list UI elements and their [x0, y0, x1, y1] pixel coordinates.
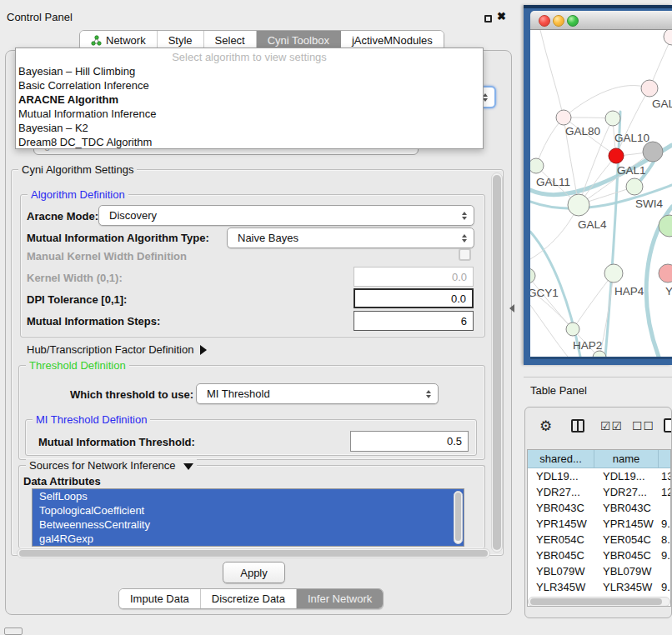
table-row[interactable]: YBL079WYBL079W: [528, 563, 671, 579]
column-header-name[interactable]: name: [594, 450, 659, 468]
network-node[interactable]: [659, 215, 672, 237]
table-cell: YBL079W: [594, 563, 659, 579]
splitter-handle[interactable]: [509, 304, 514, 312]
close-panel-icon[interactable]: ✖: [497, 10, 506, 22]
network-node[interactable]: [556, 110, 571, 125]
tab-discretize-data[interactable]: Discretize Data: [201, 589, 297, 608]
attribute-list-scrollbar-thumb[interactable]: [455, 492, 461, 541]
network-node[interactable]: [593, 351, 606, 357]
settings-horizontal-scrollbar[interactable]: [17, 548, 490, 558]
cyni-settings-group-title: Cyni Algorithm Settings: [18, 163, 137, 177]
algorithm-option-dream8-dc-tdc-algorithm[interactable]: Dream8 DC_TDC Algorithm: [16, 135, 483, 149]
gear-icon[interactable]: ⚙: [539, 419, 552, 433]
aracne-mode-combo[interactable]: Discovery: [98, 205, 474, 226]
network-node[interactable]: [626, 178, 643, 195]
tab-label: Discretize Data: [212, 592, 285, 605]
table-row[interactable]: YPR145WYPR145W9.: [528, 516, 671, 532]
control-panel-title: Control Panel: [7, 11, 73, 23]
which-threshold-combo[interactable]: MI Threshold: [196, 383, 439, 404]
tab-label: Impute Data: [130, 592, 189, 605]
algorithm-option-aracne-algorithm[interactable]: ARACNE Algorithm: [16, 92, 483, 107]
checked-pair-icon[interactable]: ☑☑: [600, 419, 623, 432]
settings-horizontal-scrollbar-thumb[interactable]: [19, 550, 488, 557]
table-cell: [659, 500, 671, 516]
network-node[interactable]: [566, 322, 579, 336]
network-node[interactable]: [604, 264, 623, 282]
table-panel-title: Table Panel: [530, 384, 587, 397]
apply-button[interactable]: Apply: [223, 562, 285, 583]
node-label: HAP2: [573, 339, 602, 352]
manual-kernel-label: Manual Kernel Width Definition: [27, 250, 187, 262]
table-row[interactable]: YBR043CYBR043C: [528, 500, 671, 516]
table-cell: YBR043C: [594, 500, 659, 516]
data-attribute-topologicalcoefficient[interactable]: TopologicalCoefficient: [33, 503, 464, 518]
tab-label: Infer Network: [308, 592, 372, 605]
kernel-width-field[interactable]: 0.0: [354, 267, 474, 287]
kernel-width-label: Kernel Width (0,1):: [27, 272, 123, 284]
table-cell: YDR27...: [594, 484, 659, 500]
table-row[interactable]: YDR27...YDR27...12: [528, 484, 671, 500]
aracne-mode-label: Aracne Mode:: [27, 210, 98, 222]
settings-vertical-scrollbar-thumb[interactable]: [493, 175, 501, 550]
table-panel-header: Table Panel: [524, 377, 672, 403]
network-window-frame: GAL80GAL10GAL1GAL11SWI4GAL4GCY1HAP4YHAP2…: [524, 5, 672, 365]
dpi-tolerance-field[interactable]: 0.0: [354, 288, 474, 308]
inference-algorithm-combo-fragment[interactable]: [482, 86, 496, 108]
network-window-titlebar[interactable]: [530, 11, 672, 30]
mi-algorithm-type-combo[interactable]: Naive Bayes: [227, 228, 474, 248]
zoom-window-icon[interactable]: [567, 15, 579, 27]
network-node[interactable]: [659, 264, 672, 282]
network-node[interactable]: [605, 111, 620, 126]
network-node[interactable]: [530, 158, 544, 173]
minimize-window-icon[interactable]: [553, 15, 564, 27]
network-canvas[interactable]: GAL80GAL10GAL1GAL11SWI4GAL4GCY1HAP4YHAP2…: [530, 30, 672, 357]
algorithm-option-bayesian-hill-climbing[interactable]: Bayesian – Hill Climbing: [16, 64, 483, 78]
table-row[interactable]: YLR345WYLR345W9.: [528, 579, 671, 595]
mi-algorithm-type-label: Mutual Information Algorithm Type:: [27, 232, 209, 244]
tab-impute-data[interactable]: Impute Data: [119, 589, 201, 608]
float-panel-icon[interactable]: [484, 15, 492, 22]
table-row[interactable]: YER054CYER054C8.: [528, 532, 671, 548]
mi-threshold-field[interactable]: 0.5: [350, 431, 469, 452]
algorithm-option-basic-correlation-inference[interactable]: Basic Correlation Inference: [16, 78, 483, 92]
close-window-icon[interactable]: [539, 15, 550, 27]
network-node[interactable]: [664, 30, 672, 45]
manual-kernel-checkbox[interactable]: [459, 248, 471, 261]
table-horizontal-scrollbar-thumb[interactable]: [530, 598, 662, 605]
data-attribute-selfloops[interactable]: SelfLoops: [33, 489, 464, 503]
tab-infer-network[interactable]: Infer Network: [297, 589, 383, 608]
data-attribute-gal4rgexp[interactable]: gal4RGexp: [33, 532, 464, 546]
minimized-panel-button[interactable]: [4, 628, 23, 635]
partial-page-icon[interactable]: [664, 418, 672, 432]
network-node[interactable]: [609, 148, 624, 163]
aracne-mode-value: Discovery: [109, 209, 157, 222]
node-label: GAL10: [614, 132, 649, 144]
network-node[interactable]: [643, 142, 663, 162]
network-node[interactable]: [641, 80, 658, 97]
sources-group-title[interactable]: Sources for Network Inference: [26, 459, 197, 472]
node-label: GAL80: [565, 125, 600, 138]
algorithm-option-bayesian-k2[interactable]: Bayesian – K2: [16, 121, 483, 135]
canvas-bottom-shadow: [530, 357, 672, 359]
data-attribute-betweennesscentrality[interactable]: BetweennessCentrality: [33, 518, 464, 532]
algorithm-option-mutual-information-inference[interactable]: Mutual Information Inference: [16, 107, 483, 121]
network-icon: [91, 35, 102, 46]
column-header-shared[interactable]: shared...: [528, 450, 594, 468]
table-row[interactable]: YDL19...YDL19...13: [528, 468, 671, 484]
column-header-a[interactable]: A: [659, 450, 671, 468]
network-edge: [564, 85, 649, 118]
attribute-list-scrollbar[interactable]: [454, 491, 463, 544]
settings-vertical-scrollbar[interactable]: [491, 172, 503, 552]
table-horizontal-scrollbar[interactable]: [528, 597, 670, 607]
hub-definition-toggle[interactable]: Hub/Transcription Factor Definition: [27, 343, 207, 356]
network-node[interactable]: [568, 194, 589, 216]
table-row[interactable]: YBR045CYBR045C9.: [528, 548, 671, 563]
expanded-arrow-icon: [183, 463, 193, 470]
mi-steps-field[interactable]: 6: [354, 311, 474, 331]
unchecked-pair-icon[interactable]: ☐☐: [632, 419, 654, 432]
split-columns-icon[interactable]: [571, 419, 584, 432]
data-attributes-list[interactable]: SelfLoopsTopologicalCoefficientBetweenne…: [32, 488, 464, 547]
network-edge: [530, 305, 568, 357]
table-cell: YPR145W: [528, 516, 594, 532]
network-node[interactable]: [530, 268, 535, 283]
